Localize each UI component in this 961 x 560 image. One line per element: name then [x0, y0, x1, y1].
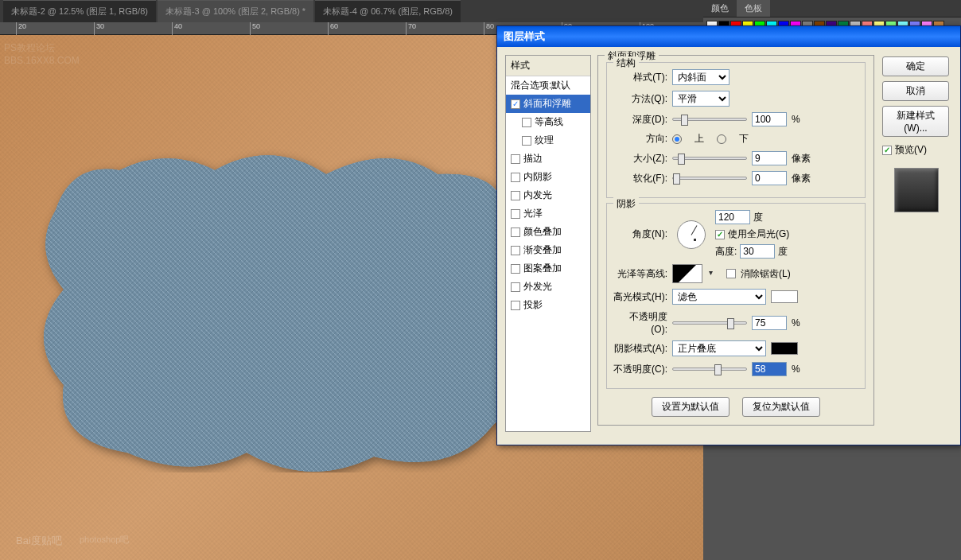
make-default-button[interactable]: 设置为默认值: [652, 397, 730, 417]
direction-up-radio[interactable]: [672, 134, 682, 144]
angle-wheel[interactable]: [677, 220, 706, 249]
soften-label: 软化(F):: [613, 172, 667, 185]
highlight-opacity-slider[interactable]: [672, 321, 747, 325]
style-item-颜色叠加[interactable]: 颜色叠加: [506, 223, 590, 241]
style-item-纹理[interactable]: 纹理: [506, 131, 590, 150]
shadow-opacity-unit: %: [792, 364, 800, 375]
ruler-tick: 20: [16, 22, 26, 35]
style-checkbox[interactable]: [511, 209, 520, 219]
style-checkbox[interactable]: [511, 264, 520, 274]
tab-color[interactable]: 颜色: [703, 0, 737, 17]
shadow-opacity-input[interactable]: [752, 362, 787, 376]
style-label: 等高线: [535, 115, 563, 129]
size-unit: 像素: [792, 152, 811, 165]
shadow-color-swatch[interactable]: [771, 342, 798, 355]
global-light-check[interactable]: [715, 230, 725, 239]
ruler-tick: 80: [484, 22, 494, 35]
style-label: 样式(T):: [613, 71, 667, 84]
dialog-right-column: 确定 取消 新建样式(W)... 预览(V): [881, 55, 952, 432]
style-label: 纹理: [535, 134, 554, 147]
style-checkbox[interactable]: [511, 191, 520, 200]
style-checkbox[interactable]: [522, 118, 531, 127]
style-label: 外发光: [523, 280, 552, 294]
altitude-input[interactable]: [740, 244, 775, 259]
size-input[interactable]: [752, 151, 787, 165]
document-tab[interactable]: 未标题-3 @ 100% (图层 2, RGB/8) *: [158, 0, 313, 22]
highlight-opacity-label: 不透明度(O):: [613, 310, 667, 335]
shadow-opacity-slider[interactable]: [672, 368, 747, 371]
style-label: 描边: [523, 152, 543, 165]
watermark-tieba: photoshop吧: [80, 534, 129, 546]
style-item-等高线[interactable]: 等高线: [506, 113, 590, 131]
tab-swatches[interactable]: 色板: [737, 0, 770, 17]
denim-cloud-shape: [24, 138, 533, 472]
style-checkbox[interactable]: [511, 154, 520, 164]
soften-unit: 像素: [792, 172, 811, 185]
style-item-描边[interactable]: 描边: [506, 150, 590, 168]
direction-down-label: 下: [739, 132, 749, 146]
style-item-内阴影[interactable]: 内阴影: [506, 168, 590, 186]
global-light-label: 使用全局光(G): [728, 228, 789, 241]
direction-down-radio[interactable]: [717, 134, 726, 144]
ruler-tick: 40: [172, 22, 182, 35]
document-tab[interactable]: 未标题-4 @ 06.7% (图层, RGB/8): [315, 0, 461, 22]
depth-slider[interactable]: [672, 118, 747, 121]
shadow-mode-combo[interactable]: 正片叠底: [672, 340, 766, 356]
highlight-opacity-input[interactable]: [752, 316, 787, 330]
style-label: 渐变叠加: [523, 243, 562, 257]
gloss-contour-picker[interactable]: [672, 264, 702, 283]
watermark-top-left: PS教程论坛 BBS.16XX8.COM: [4, 41, 80, 66]
angle-input[interactable]: [715, 210, 750, 224]
style-checkbox[interactable]: [511, 99, 520, 109]
style-item-外发光[interactable]: 外发光: [506, 278, 590, 296]
style-checkbox[interactable]: [511, 228, 520, 237]
layer-style-dialog: 图层样式 样式 混合选项:默认 斜面和浮雕等高线纹理描边内阴影内发光光泽颜色叠加…: [496, 25, 961, 445]
preview-label: 预览(V): [895, 143, 927, 157]
watermark-baidu: Bai度贴吧: [16, 534, 62, 548]
preview-check[interactable]: [882, 146, 892, 155]
highlight-mode-combo[interactable]: 滤色: [672, 289, 766, 305]
structure-title: 结构: [613, 56, 639, 70]
blend-options-item[interactable]: 混合选项:默认: [506, 76, 590, 95]
direction-label: 方向:: [613, 132, 667, 146]
style-item-图案叠加[interactable]: 图案叠加: [506, 259, 590, 278]
reset-default-button[interactable]: 复位为默认值: [742, 397, 820, 417]
gloss-contour-label: 光泽等高线:: [613, 267, 667, 281]
direction-up-label: 上: [694, 132, 704, 146]
ok-button[interactable]: 确定: [882, 56, 949, 76]
angle-unit: 度: [753, 211, 763, 224]
highlight-mode-label: 高光模式(H):: [613, 290, 667, 304]
antialias-check[interactable]: [726, 269, 736, 278]
document-tab[interactable]: 未标题-2 @ 12.5% (图层 1, RGB/8): [3, 0, 156, 22]
style-checkbox[interactable]: [511, 246, 520, 255]
style-label: 图案叠加: [523, 262, 562, 275]
style-checkbox[interactable]: [511, 173, 520, 182]
ruler-tick: 30: [94, 22, 104, 35]
soften-input[interactable]: [752, 171, 787, 185]
altitude-unit: 度: [778, 245, 788, 259]
style-combo[interactable]: 内斜面: [672, 69, 730, 85]
size-slider[interactable]: [672, 157, 747, 160]
settings-area: 斜面和浮雕 结构 样式(T): 内斜面 方法(Q): 平滑 深度(D):: [597, 55, 874, 432]
style-item-投影[interactable]: 投影: [506, 296, 590, 314]
style-item-内发光[interactable]: 内发光: [506, 186, 590, 204]
styles-list: 样式 混合选项:默认 斜面和浮雕等高线纹理描边内阴影内发光光泽颜色叠加渐变叠加图…: [505, 55, 591, 432]
highlight-color-swatch[interactable]: [771, 290, 798, 303]
style-checkbox[interactable]: [511, 282, 520, 292]
style-checkbox[interactable]: [511, 301, 520, 310]
style-item-光泽[interactable]: 光泽: [506, 204, 590, 223]
style-item-渐变叠加[interactable]: 渐变叠加: [506, 241, 590, 259]
depth-input[interactable]: [752, 112, 787, 126]
depth-label: 深度(D):: [613, 113, 667, 126]
shading-title: 阴影: [613, 197, 639, 211]
dialog-title-bar[interactable]: 图层样式: [497, 26, 960, 47]
styles-header[interactable]: 样式: [506, 56, 590, 76]
technique-combo[interactable]: 平滑: [672, 91, 730, 107]
cancel-button[interactable]: 取消: [882, 81, 949, 101]
style-label: 内发光: [523, 189, 552, 202]
new-style-button[interactable]: 新建样式(W)...: [882, 106, 949, 137]
depth-unit: %: [792, 114, 800, 125]
style-checkbox[interactable]: [522, 136, 531, 146]
style-item-斜面和浮雕[interactable]: 斜面和浮雕: [506, 95, 590, 113]
soften-slider[interactable]: [672, 177, 747, 180]
